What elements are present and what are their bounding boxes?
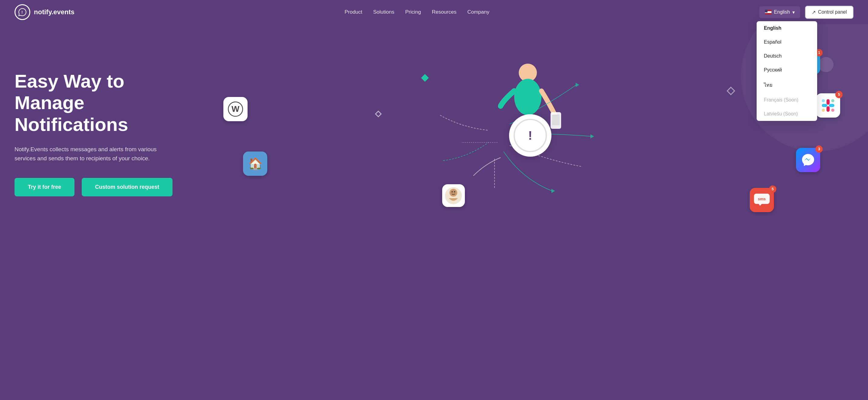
messenger-badge: 3: [815, 145, 823, 153]
svg-point-2: [514, 79, 541, 115]
language-selector[interactable]: English ▾: [760, 6, 800, 18]
jenkins-icon: [442, 184, 465, 207]
svg-rect-17: [822, 104, 827, 107]
svg-marker-6: [590, 134, 594, 139]
lang-option-thai[interactable]: ไทย: [756, 77, 817, 93]
try-free-button[interactable]: Try it for free: [14, 178, 74, 196]
svg-point-12: [451, 190, 456, 196]
homekit-symbol: 🏠: [248, 157, 262, 170]
slack-svg: [820, 97, 836, 113]
nav-pricing[interactable]: Pricing: [405, 9, 421, 15]
nav-solutions[interactable]: Solutions: [373, 9, 394, 15]
svg-rect-21: [822, 109, 825, 112]
sms-badge: 5: [769, 185, 776, 193]
logo[interactable]: ! notify.events: [14, 4, 74, 20]
svg-rect-16: [827, 106, 830, 112]
hero-buttons: Try it for free Custom solution request: [14, 178, 190, 196]
svg-rect-18: [829, 104, 834, 107]
sms-svg: sms: [753, 193, 771, 207]
lang-label: English: [774, 9, 789, 15]
svg-rect-4: [552, 115, 560, 125]
flag-icon: [765, 10, 771, 15]
notification-center-icon: !: [509, 114, 551, 157]
svg-rect-20: [831, 99, 834, 102]
svg-rect-3: [551, 112, 561, 129]
exclamation-icon: !: [528, 129, 532, 142]
slack-icon: 5: [816, 93, 840, 118]
control-panel-icon: ↗: [812, 9, 816, 15]
logo-icon: !: [14, 4, 30, 20]
hero-section: Easy Way to Manage Notifications Notify.…: [0, 24, 868, 249]
wordpress-icon: W: [223, 97, 248, 121]
hero-illustration: ! W 🏠: [190, 42, 854, 224]
lang-option-espanol[interactable]: Español: [756, 35, 817, 49]
jenkins-svg: [444, 187, 462, 205]
nav-company[interactable]: Company: [467, 9, 489, 15]
notification-inner-ring: !: [514, 119, 547, 152]
wordpress-symbol: W: [223, 97, 248, 121]
lang-option-deutsch[interactable]: Deutsch: [756, 49, 817, 63]
circle-decoration: [818, 57, 834, 72]
svg-point-14: [454, 191, 455, 193]
svg-text:sms: sms: [758, 197, 766, 201]
slack-badge: 5: [835, 91, 843, 98]
control-panel-label: Control panel: [818, 9, 847, 15]
svg-point-13: [452, 191, 453, 193]
hero-left: Easy Way to Manage Notifications Notify.…: [14, 70, 190, 196]
nav-resources[interactable]: Resources: [432, 9, 456, 15]
header-right: English ▾ English Español Deutsch Русски…: [760, 6, 854, 19]
sms-icon: 5 sms: [750, 188, 774, 212]
diamond-decoration-outline: [375, 111, 382, 118]
homekit-icon: 🏠: [243, 151, 267, 176]
language-dropdown: English Español Deutsch Русский ไทย Fran…: [756, 21, 817, 121]
messenger-icon: 3: [796, 148, 820, 172]
main-nav: Product Solutions Pricing Resources Comp…: [344, 9, 489, 15]
messenger-svg: [801, 152, 816, 168]
lang-option-english[interactable]: English: [756, 21, 817, 35]
svg-rect-15: [827, 99, 830, 105]
control-panel-button[interactable]: ↗ Control panel: [805, 6, 854, 19]
svg-marker-7: [551, 189, 555, 193]
lang-option-latvian: Latviešu (Soon): [756, 107, 817, 121]
nav-product[interactable]: Product: [344, 9, 362, 15]
diamond-decoration-right: [727, 87, 735, 95]
custom-solution-button[interactable]: Custom solution request: [82, 178, 173, 196]
diamond-decoration-teal: [421, 74, 429, 82]
svg-marker-5: [576, 83, 579, 87]
logo-text: notify.events: [34, 8, 74, 16]
svg-point-1: [519, 64, 537, 82]
chevron-down-icon: ▾: [792, 9, 795, 15]
svg-text:!: !: [22, 10, 23, 15]
svg-rect-19: [822, 99, 825, 102]
hero-title: Easy Way to Manage Notifications: [14, 70, 190, 135]
header: ! notify.events Product Solutions Pricin…: [0, 0, 868, 24]
lang-option-russian[interactable]: Русский: [756, 63, 817, 77]
lang-option-french: Français (Soon): [756, 93, 817, 107]
svg-text:W: W: [231, 104, 239, 114]
svg-rect-22: [831, 109, 834, 112]
hero-description: Notify.Events collects messages and aler…: [14, 145, 172, 163]
